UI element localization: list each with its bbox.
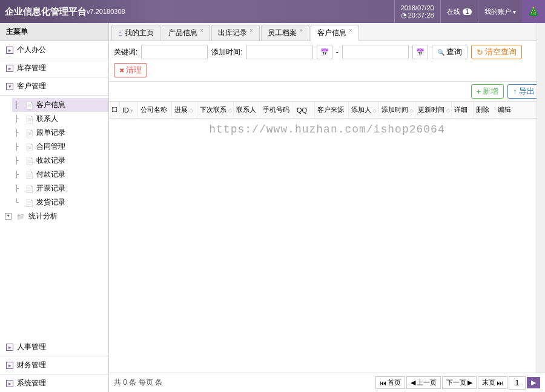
col-adder[interactable]: 添加人 <box>349 102 379 118</box>
folder-icon <box>16 212 25 221</box>
action-toolbar: 新增 导出 <box>109 82 545 102</box>
tab-outbound[interactable]: 出库记录× <box>211 25 260 41</box>
file-icon <box>25 198 34 207</box>
tree-receipt[interactable]: ├收款记录 <box>12 154 108 168</box>
col-id[interactable]: ID <box>120 102 138 118</box>
account-label: 我的账户 <box>484 7 516 16</box>
app-version: v7.20180308 <box>87 8 125 15</box>
time-text: 20:37:28 <box>401 11 434 19</box>
col-contact[interactable]: 联系人 <box>234 102 260 118</box>
sidebar-item-personal[interactable]: ▸个人办公 <box>0 41 108 59</box>
plus-icon: ▸ <box>6 344 13 351</box>
close-icon[interactable]: × <box>349 27 352 34</box>
watermark-text: https://www.huzhan.com/ishop26064 <box>209 123 444 136</box>
col-company[interactable]: 公司名称 <box>138 102 172 118</box>
tab-employee[interactable]: 员工档案× <box>261 25 309 41</box>
file-icon <box>25 157 34 165</box>
scrollbar-vertical[interactable] <box>537 23 545 373</box>
close-icon[interactable]: × <box>249 27 253 34</box>
sidebar-title: 主菜单 <box>0 23 108 41</box>
app-title: 企业信息化管理平台 <box>5 6 87 18</box>
tab-product[interactable]: 产品信息× <box>162 25 210 41</box>
plus-icon: ▸ <box>6 380 13 387</box>
tree-customer-info[interactable]: ├客户信息 <box>12 98 108 112</box>
sidebar-tree: ├客户信息 ├联系人 ├跟单记录 ├合同管理 ├收款记录 ├付款记录 ├开票记录… <box>0 96 108 226</box>
tree-followup[interactable]: ├跟单记录 <box>12 126 108 140</box>
content-area: 我的主页 产品信息× 出库记录× 员工档案× 客户信息× 关键词: 添加时间: … <box>109 23 545 392</box>
last-page-button[interactable]: 末页 ⏭ <box>478 376 507 389</box>
export-button[interactable]: 导出 <box>507 84 540 99</box>
dash: - <box>336 48 339 56</box>
col-detail[interactable]: 详细 <box>452 102 474 118</box>
online-count: 1 <box>463 8 472 15</box>
account-menu[interactable]: 我的账户 <box>478 0 522 23</box>
tree-contract[interactable]: ├合同管理 <box>12 140 108 154</box>
sidebar-item-customer[interactable]: ▾客户管理 <box>0 77 108 96</box>
col-phone[interactable]: 手机号码 <box>260 102 294 118</box>
file-icon <box>25 101 34 109</box>
minus-icon: ▾ <box>6 83 13 90</box>
sidebar: 主菜单 ▸个人办公 ▸库存管理 ▾客户管理 ├客户信息 ├联系人 ├跟单记录 ├… <box>0 23 109 392</box>
online-label: 在线 <box>447 7 460 16</box>
expand-icon[interactable]: + <box>5 213 12 220</box>
plus-icon: ▸ <box>6 65 13 72</box>
col-nextcontact[interactable]: 下次联系 <box>197 102 234 118</box>
file-icon <box>25 143 34 151</box>
search-toolbar: 关键词: 添加时间: - 查询 清空查询 清理 <box>109 41 545 82</box>
summary-text: 共 0 条 每页 条 <box>114 377 162 388</box>
search-button[interactable]: 查询 <box>432 45 467 59</box>
next-page-button[interactable]: 下一页 ▶ <box>442 376 477 389</box>
col-checkbox[interactable] <box>109 102 120 118</box>
close-icon[interactable]: × <box>299 27 303 34</box>
tree-icon <box>527 6 540 18</box>
clock-icon <box>401 11 408 19</box>
file-icon <box>25 115 34 123</box>
grid-footer: 共 0 条 每页 条 ⏮ 首页 ◀ 上一页 下一页 ▶ 末页 ⏭ ▶ <box>109 373 545 392</box>
theme-button[interactable] <box>522 0 545 23</box>
plus-icon: ▸ <box>6 362 13 369</box>
online-box[interactable]: 在线 1 <box>440 0 478 23</box>
col-qq[interactable]: QQ <box>294 102 315 118</box>
grid-body: https://www.huzhan.com/ishop26064 <box>109 119 545 373</box>
tree-invoice[interactable]: ├开票记录 <box>12 181 108 195</box>
date-from-input[interactable] <box>246 45 313 59</box>
home-icon <box>118 29 122 38</box>
tree-payment[interactable]: ├付款记录 <box>12 168 108 181</box>
date-to-input[interactable] <box>342 45 409 59</box>
col-updatetime[interactable]: 更新时间 <box>415 102 452 118</box>
file-icon <box>25 129 34 137</box>
sidebar-item-system[interactable]: ▸系统管理 <box>0 374 108 392</box>
plus-icon: ▸ <box>6 47 13 54</box>
file-icon <box>25 185 34 193</box>
col-progress[interactable]: 进展 <box>172 102 197 118</box>
addtime-label: 添加时间: <box>211 47 242 57</box>
clear-search-button[interactable]: 清空查询 <box>471 45 522 59</box>
col-delete[interactable]: 删除 <box>474 102 495 118</box>
clean-button[interactable]: 清理 <box>114 63 147 77</box>
header-bar: 企业信息化管理平台 v7.20180308 2018/07/20 20:37:2… <box>0 0 545 23</box>
pager: ⏮ 首页 ◀ 上一页 下一页 ▶ 末页 ⏭ ▶ <box>375 376 540 390</box>
col-edit[interactable]: 编辑 <box>495 102 517 118</box>
tab-customer[interactable]: 客户信息× <box>311 25 359 41</box>
go-page-button[interactable]: ▶ <box>527 377 540 388</box>
page-input[interactable] <box>509 376 526 390</box>
tree-contacts[interactable]: ├联系人 <box>12 112 108 126</box>
datetime-box: 2018/07/20 20:37:28 <box>394 0 440 23</box>
tree-shipping[interactable]: └发货记录 <box>12 195 108 209</box>
close-icon[interactable]: × <box>200 27 203 34</box>
tab-home[interactable]: 我的主页 <box>111 25 160 41</box>
prev-page-button[interactable]: ◀ 上一页 <box>406 376 441 389</box>
calendar-to-button[interactable] <box>412 45 428 59</box>
col-source[interactable]: 客户来源 <box>315 102 349 118</box>
add-button[interactable]: 新增 <box>471 84 504 99</box>
col-addtime[interactable]: 添加时间 <box>379 102 415 118</box>
tab-bar: 我的主页 产品信息× 出库记录× 员工档案× 客户信息× <box>109 23 545 41</box>
keyword-input[interactable] <box>141 45 208 59</box>
tree-stats[interactable]: +统计分析 <box>2 209 108 223</box>
calendar-from-button[interactable] <box>317 45 332 59</box>
sidebar-item-finance[interactable]: ▸财务管理 <box>0 356 108 374</box>
first-page-button[interactable]: ⏮ 首页 <box>375 376 405 389</box>
sidebar-item-hr[interactable]: ▸人事管理 <box>0 338 108 356</box>
keyword-label: 关键词: <box>114 47 137 57</box>
sidebar-item-inventory[interactable]: ▸库存管理 <box>0 59 108 77</box>
